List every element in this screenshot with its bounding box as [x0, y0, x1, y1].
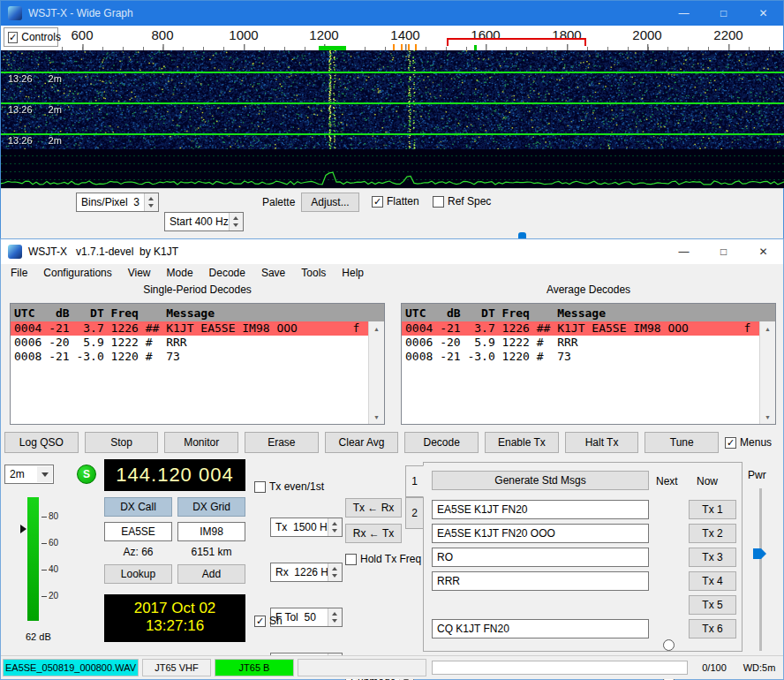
signal-tick [393, 44, 395, 50]
menus-checkbox[interactable]: ✓ Menus [725, 432, 780, 453]
tx5-now-button[interactable]: Tx 5 [689, 595, 736, 615]
maximize-icon[interactable]: □ [704, 239, 743, 264]
scroll-up-icon[interactable]: ▲ [369, 321, 384, 336]
checkbox-check-icon: ✓ [254, 616, 266, 627]
tx4-now-button[interactable]: Tx 4 [689, 571, 736, 591]
flatten-checkbox[interactable]: ✓ Flatten [372, 195, 419, 208]
adjust-palette-button[interactable]: Adjust... [301, 193, 359, 212]
close-icon[interactable]: ✕ [743, 1, 783, 26]
maximize-icon[interactable]: □ [704, 1, 743, 26]
band-combo[interactable]: 2m [4, 465, 54, 484]
decode-range-bracket[interactable] [447, 38, 586, 46]
frequency-scale[interactable]: ✓ Controls 600 800 1000 1200 1400 1600 1… [1, 26, 783, 50]
spinner-arrows-icon[interactable] [328, 518, 342, 536]
window-controls: — □ ✕ [664, 239, 783, 264]
halt-tx-button[interactable]: Halt Tx [565, 432, 639, 453]
next-column-label: Next [656, 475, 678, 487]
decode-list[interactable]: 0004 -21 3.7 1226 ## K1JT EA5SE IM98 OOO… [402, 321, 760, 424]
tab-2[interactable]: 2 [405, 497, 424, 529]
dx-call-button[interactable]: DX Call [104, 497, 172, 517]
start-freq-spinner[interactable]: Start 400 Hz [164, 212, 244, 231]
tx3-message-field[interactable]: RO [432, 548, 649, 567]
rx-freq-spinner[interactable]: Rx 1226 Hz [270, 563, 343, 582]
tx3-now-button[interactable]: Tx 3 [689, 548, 736, 567]
ref-spec-checkbox[interactable]: Ref Spec [433, 195, 491, 208]
decode-row[interactable]: 0004 -21 3.7 1226 ## K1JT EA5SE IM98 OOO… [11, 321, 369, 336]
progress-count: 0/100 [695, 659, 734, 676]
tx2-message-field[interactable]: EA5SE K1JT FN20 OOO [432, 524, 649, 543]
tx2-now-button[interactable]: Tx 2 [689, 524, 736, 543]
pwr-slider[interactable] [759, 488, 762, 651]
scroll-down-icon[interactable]: ▼ [760, 410, 775, 424]
waterfall-canvas[interactable] [1, 50, 784, 188]
enable-tx-button[interactable]: Enable Tx [485, 432, 559, 453]
chevron-down-icon[interactable] [37, 466, 52, 482]
add-button[interactable]: Add [177, 564, 245, 584]
decode-button[interactable]: Decode [404, 432, 479, 453]
tab-1[interactable]: 1 [405, 465, 424, 497]
decode-row[interactable]: 0008 -21 -3.0 1220 # 73 [402, 350, 760, 364]
menu-configurations[interactable]: Configurations [35, 264, 119, 282]
rx-from-tx-button[interactable]: Rx ← Tx [345, 524, 402, 543]
tx-freq-spinner[interactable]: Tx 1500 Hz [270, 518, 343, 537]
checkbox-check-icon: ✓ [8, 32, 18, 43]
single-period-title: Single-Period Decodes [4, 283, 390, 296]
hold-tx-freq-checkbox[interactable]: Hold Tx Freq [345, 553, 421, 565]
decode-row[interactable]: 0004 -21 3.7 1226 ## K1JT EA5SE IM98 OOO… [402, 321, 760, 336]
tx4-message-field[interactable]: RRR [432, 571, 649, 591]
tx-rx-progress-bar [432, 661, 688, 675]
scroll-down-icon[interactable]: ▼ [369, 410, 384, 424]
scrollbar[interactable]: ▲ ▼ [368, 321, 384, 424]
signal-tick [415, 44, 417, 50]
menu-mode[interactable]: Mode [159, 264, 201, 282]
minimize-icon[interactable]: — [664, 239, 704, 264]
tune-button[interactable]: Tune [645, 432, 719, 453]
sh-checkbox[interactable]: ✓ Sh [254, 615, 283, 627]
log-qso-button[interactable]: Log QSO [4, 432, 79, 453]
tx1-message-field[interactable]: EA5SE K1JT FN20 [432, 500, 649, 519]
decode-row[interactable]: 0006 -20 5.9 1222 # RRR [11, 336, 369, 350]
spinner-arrows-icon[interactable] [328, 563, 342, 581]
controls-checkbox[interactable]: ✓ Controls [4, 27, 58, 47]
clear-avg-button[interactable]: Clear Avg [325, 432, 399, 453]
menu-tools[interactable]: Tools [293, 264, 334, 282]
main-titlebar[interactable]: WSJT-X v1.7.1-devel by K1JT — □ ✕ [1, 239, 783, 264]
monitor-button[interactable]: Monitor [164, 432, 238, 453]
scroll-up-icon[interactable]: ▲ [760, 321, 775, 336]
spinner-arrows-icon[interactable] [144, 193, 158, 211]
watchdog-label: WD:5m [737, 659, 781, 676]
decode-row[interactable]: 0008 -21 -3.0 1220 # 73 [11, 350, 369, 364]
tx-from-rx-button[interactable]: Tx ← Rx [345, 498, 402, 518]
menu-view[interactable]: View [120, 264, 159, 282]
menu-help[interactable]: Help [334, 264, 372, 282]
tx1-now-button[interactable]: Tx 1 [689, 500, 736, 519]
stop-button[interactable]: Stop [85, 432, 159, 453]
dx-grid-button[interactable]: DX Grid [177, 497, 245, 517]
generate-std-msgs-button[interactable]: Generate Std Msgs [432, 471, 649, 490]
decode-row[interactable]: 0006 -20 5.9 1222 # RRR [402, 336, 760, 350]
lookup-button[interactable]: Lookup [104, 564, 172, 584]
minimize-icon[interactable]: — [664, 1, 704, 26]
spinner-arrows-icon[interactable] [328, 608, 342, 626]
spinner-arrows-icon[interactable] [229, 213, 243, 230]
palette-label: Palette [262, 196, 295, 208]
decode-list[interactable]: 0004 -21 3.7 1226 ## K1JT EA5SE IM98 OOO… [11, 321, 369, 424]
configuration-badge: JT65 VHF [142, 659, 211, 676]
tx6-message-field[interactable]: CQ K1JT FN20 [432, 619, 649, 638]
bins-per-pixel-spinner[interactable]: Bins/Pixel 3 [76, 193, 159, 212]
rig-status-indicator[interactable]: S [77, 465, 96, 484]
tx6-now-button[interactable]: Tx 6 [689, 619, 736, 638]
dx-grid-field[interactable]: IM98 [177, 522, 245, 541]
menu-save[interactable]: Save [253, 264, 293, 282]
dx-call-field[interactable]: EA5SE [104, 522, 172, 541]
close-icon[interactable]: ✕ [743, 239, 783, 264]
tx-even-checkbox[interactable]: Tx even/1st [254, 480, 324, 493]
meter-db-label: 62 dB [26, 631, 75, 642]
tx1-next-radio[interactable] [663, 639, 675, 651]
menu-decode[interactable]: Decode [201, 264, 253, 282]
menu-file[interactable]: File [3, 264, 35, 282]
scrollbar[interactable]: ▲ ▼ [759, 321, 775, 424]
pwr-slider-handle[interactable] [753, 548, 766, 559]
erase-button[interactable]: Erase [245, 432, 319, 453]
wide-graph-titlebar[interactable]: WSJT-X - Wide Graph — □ ✕ [1, 1, 783, 26]
